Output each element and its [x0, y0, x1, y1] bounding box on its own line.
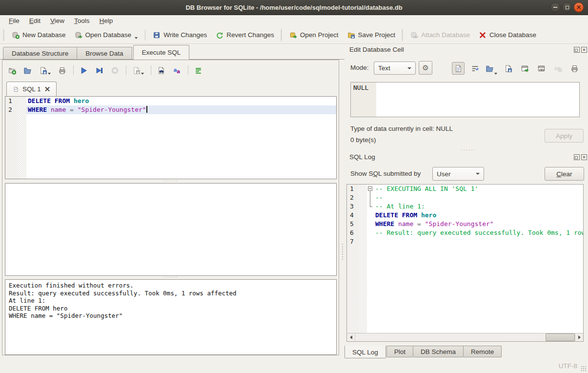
scroll-left-button[interactable] [347, 333, 355, 341]
float-dock-icon[interactable] [574, 154, 580, 160]
dropdown-caret-icon[interactable] [48, 73, 51, 75]
print-button[interactable] [57, 65, 68, 76]
execute-line-button[interactable] [94, 65, 105, 76]
show-sql-label: Show SQL submitted by [350, 170, 421, 177]
format-button[interactable]: aa [171, 65, 182, 76]
open-database-button[interactable]: Open Database [70, 29, 142, 41]
log-fold-margin [359, 185, 367, 333]
save-file-button[interactable] [38, 65, 52, 76]
horizontal-scrollbar[interactable] [347, 333, 583, 341]
resize-grip-icon[interactable] [581, 366, 587, 372]
save-results-button[interactable] [131, 65, 145, 76]
attach-database-button[interactable]: Attach Database [406, 29, 474, 41]
close-database-button[interactable]: Close Database [474, 29, 541, 41]
editor-text-area[interactable]: DELETE FROM heroWHERE name = "Spider-You… [26, 97, 336, 179]
float-dock-icon[interactable] [574, 47, 580, 53]
minimize-button[interactable] [550, 2, 560, 12]
message-line: Result: query executed successfully. Too… [9, 290, 333, 297]
dropdown-caret-icon[interactable] [141, 73, 144, 75]
code-line: -- [374, 193, 583, 202]
close-dock-icon[interactable]: × [581, 47, 587, 53]
menu-file[interactable]: File [4, 16, 24, 26]
fold-cell [367, 211, 374, 220]
token-id: name [398, 220, 417, 228]
splitter-handle[interactable]: ······ [2, 276, 339, 279]
code-line: WHERE name = "Spider-Youngster" [374, 220, 583, 228]
cell-editor[interactable]: NULL [350, 82, 580, 117]
main-toolbar: New DatabaseOpen DatabaseWrite ChangesRe… [0, 26, 588, 44]
stop-button[interactable] [109, 65, 121, 76]
tab-plot[interactable]: Plot [386, 346, 413, 357]
tab-execute-sql[interactable]: Execute SQL [133, 45, 190, 60]
float-inner [575, 156, 578, 159]
vertical-splitter-handle[interactable] [342, 243, 344, 260]
toolbar-handle[interactable] [2, 29, 5, 41]
open-file-button[interactable] [22, 65, 33, 76]
apply-button[interactable]: Apply [545, 129, 584, 143]
auto-apply-button[interactable]: ⚙ [419, 61, 432, 75]
word-wrap-button[interactable] [468, 62, 481, 75]
toolbar-handle[interactable] [280, 29, 283, 41]
execute-all-button[interactable] [78, 65, 89, 76]
submitted-by-select[interactable]: User [432, 167, 484, 181]
sql-editor-toolbar: aa [6, 64, 208, 77]
fold-collapse-icon[interactable] [368, 186, 372, 191]
maximize-button[interactable] [562, 2, 572, 12]
print-button[interactable] [568, 62, 581, 75]
close-button[interactable]: ✕ [574, 2, 584, 12]
mode-select[interactable]: Text [374, 62, 416, 75]
chevron-down-icon [476, 173, 480, 175]
find-replace-button[interactable] [156, 65, 167, 76]
open-in-window-button[interactable] [518, 62, 531, 75]
dock-splitter-handle[interactable]: ······ [454, 148, 483, 151]
line-number: 7 [347, 237, 359, 246]
toolbar-handle[interactable] [401, 29, 404, 41]
wrap-lines-button[interactable] [193, 65, 204, 76]
scroll-right-button[interactable] [575, 333, 583, 341]
close-tab-icon[interactable]: ✕ [44, 85, 51, 93]
export-file-icon [504, 64, 512, 73]
tab-browse-data[interactable]: Browse Data [77, 47, 132, 60]
tab-remote[interactable]: Remote [464, 346, 502, 357]
fold-marker[interactable] [367, 185, 374, 193]
toolbar-separator [73, 65, 74, 75]
button-label: Open Database [85, 31, 132, 39]
text-mode-button[interactable] [452, 62, 465, 75]
encoding-indicator[interactable]: UTF-8 [559, 362, 577, 370]
button-label: Attach Database [421, 31, 470, 39]
set-null-button[interactable] [551, 62, 564, 75]
sql-log-view[interactable]: 1234567 -- EXECUTING ALL IN 'SQL 1'---- … [346, 184, 584, 342]
fold-cell [367, 228, 374, 237]
scrollbar-thumb[interactable] [546, 333, 575, 341]
open-project-button[interactable]: Open Project [285, 29, 343, 41]
tab-sql-log[interactable]: SQL Log [345, 346, 386, 358]
save-project-button[interactable]: Save Project [343, 29, 400, 41]
log-fold-markers[interactable] [367, 185, 374, 333]
open-tab-button[interactable] [6, 65, 18, 76]
tab-db-schema[interactable]: DB Schema [413, 346, 464, 357]
revert-changes-button[interactable]: Revert Changes [211, 29, 279, 41]
menu-view[interactable]: View [45, 16, 69, 26]
scrollbar-track[interactable] [355, 333, 575, 341]
clear-button[interactable]: Clear [545, 167, 584, 181]
sql-editor[interactable]: 12 DELETE FROM heroWHERE name = "Spider-… [5, 96, 337, 179]
dropdown-caret-icon[interactable] [494, 73, 497, 75]
menu-tools[interactable]: Tools [69, 16, 95, 26]
sql-editor-tab[interactable]: SQL 1 ✕ [6, 82, 57, 96]
code-line: DELETE FROM hero [374, 211, 583, 220]
dropdown-caret-icon[interactable] [135, 37, 138, 39]
import-file-button[interactable] [485, 62, 498, 75]
menu-help[interactable]: Help [95, 16, 118, 26]
new-database-button[interactable]: New Database [7, 29, 70, 41]
token-com: -- [375, 194, 383, 201]
menu-edit[interactable]: Edit [24, 16, 45, 26]
link-window-button[interactable] [535, 62, 547, 75]
results-grid[interactable] [5, 183, 337, 276]
button-label: Open Project [300, 31, 339, 39]
close-dock-icon[interactable]: × [581, 154, 587, 160]
splitter-handle[interactable]: ······ [2, 180, 339, 183]
export-file-button[interactable] [502, 62, 514, 75]
print-icon [570, 64, 579, 73]
tab-database-structure[interactable]: Database Structure [3, 47, 77, 60]
write-changes-button[interactable]: Write Changes [148, 29, 211, 41]
